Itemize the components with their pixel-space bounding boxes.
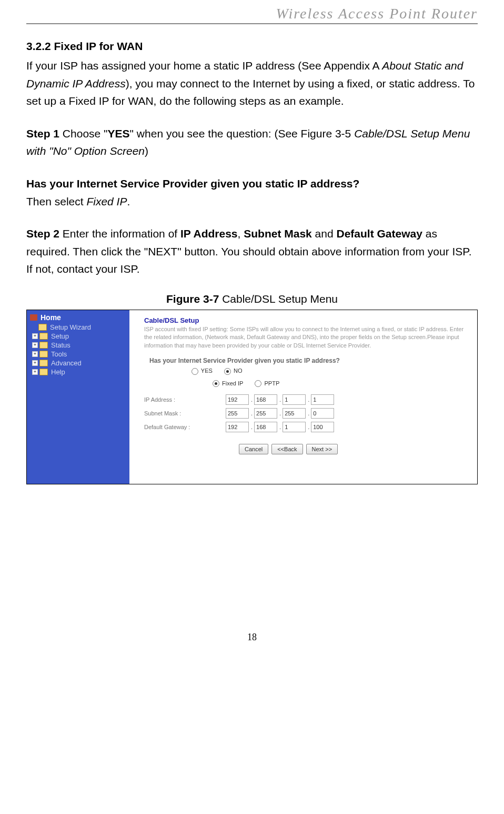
- sidebar-item-status[interactable]: + Status: [27, 341, 129, 350]
- sidebar-item-label: Advanced: [51, 359, 82, 367]
- mask-octet-2[interactable]: [254, 408, 277, 419]
- main-panel: Cable/DSL Setup ISP account with fixed I…: [129, 310, 477, 484]
- folder-icon: [38, 324, 47, 331]
- sidebar: Home Setup Wizard + Setup + Status + Too…: [27, 310, 129, 484]
- ip-octet-1[interactable]: [226, 394, 249, 405]
- figure-caption-text: Cable/DSL Setup Menu: [219, 293, 338, 305]
- mask-octet-4[interactable]: [311, 408, 334, 419]
- sidebar-item-label: Status: [51, 341, 70, 349]
- text: Choose ": [59, 127, 108, 140]
- expand-icon[interactable]: +: [32, 351, 38, 357]
- back-button[interactable]: <<Back: [271, 444, 303, 454]
- text: Then select: [26, 195, 86, 207]
- sidebar-item-label: Setup Wizard: [50, 323, 91, 331]
- figure-label: Figure 3-7: [166, 293, 219, 305]
- panel-title: Cable/DSL Setup: [144, 316, 470, 324]
- sidebar-item-label: Tools: [51, 350, 67, 358]
- page-header-title: Wireless Access Point Router: [26, 5, 478, 24]
- radio-fixed-ip[interactable]: Fixed IP: [213, 380, 243, 388]
- ip-address-label: IP Address :: [144, 396, 226, 403]
- gw-octet-3[interactable]: [283, 422, 306, 432]
- radio-label: PPTP: [264, 380, 279, 386]
- ip-address-row: IP Address : . . .: [144, 394, 470, 405]
- text-bold: Default Gateway: [336, 227, 422, 240]
- gw-octet-4[interactable]: [311, 422, 334, 432]
- subnet-mask-row: Subnet Mask : . . .: [144, 408, 470, 419]
- text: If your ISP has assigned your home a sta…: [26, 59, 382, 72]
- text: ,: [238, 227, 244, 240]
- question-text: Has your Internet Service Provider given…: [26, 175, 478, 193]
- text: ): [145, 145, 148, 157]
- static-ip-question: Has your Internet Service Provider given…: [144, 357, 470, 364]
- folder-icon: [39, 369, 48, 375]
- text: " when you see the question: (See Figure…: [130, 127, 355, 140]
- gw-octet-2[interactable]: [254, 422, 277, 432]
- gw-octet-1[interactable]: [226, 422, 249, 432]
- panel-description: ISP account with fixed IP setting: Some …: [144, 325, 470, 350]
- ip-octet-3[interactable]: [283, 394, 306, 405]
- sidebar-item-setup[interactable]: + Setup: [27, 332, 129, 341]
- text: Enter the information of: [59, 227, 180, 240]
- screenshot-figure: Home Setup Wizard + Setup + Status + Too…: [26, 310, 478, 484]
- sidebar-home-label: Home: [41, 313, 61, 322]
- page-number: 18: [26, 632, 478, 643]
- step2-paragraph: Step 2 Enter the information of IP Addre…: [26, 225, 478, 278]
- sidebar-item-help[interactable]: + Help: [27, 368, 129, 376]
- radio-label: Fixed IP: [222, 380, 243, 386]
- sidebar-item-label: Help: [51, 368, 65, 376]
- radio-pptp[interactable]: PPTP: [255, 380, 279, 388]
- sidebar-item-setup-wizard[interactable]: Setup Wizard: [27, 323, 129, 332]
- ip-octet-4[interactable]: [311, 394, 334, 405]
- sidebar-item-tools[interactable]: + Tools: [27, 350, 129, 359]
- intro-paragraph: If your ISP has assigned your home a sta…: [26, 57, 478, 110]
- text-italic: Fixed IP: [86, 195, 127, 207]
- sidebar-item-advanced[interactable]: + Advanced: [27, 359, 129, 368]
- folder-icon: [39, 360, 48, 366]
- section-heading: 3.2.2 Fixed IP for WAN: [26, 40, 478, 53]
- default-gateway-row: Default Gateway : . . .: [144, 422, 470, 432]
- folder-icon: [39, 342, 48, 349]
- radio-icon: [213, 380, 219, 387]
- step-label: Step 2: [26, 227, 59, 240]
- step1-paragraph: Step 1 Choose "YES" when you see the que…: [26, 125, 478, 160]
- radio-icon: [224, 368, 231, 375]
- connection-type-radio-group: Fixed IP PPTP: [144, 380, 470, 388]
- cancel-button[interactable]: Cancel: [239, 444, 268, 454]
- ip-octet-2[interactable]: [254, 394, 277, 405]
- yes-no-radio-group: YES NO: [144, 368, 470, 375]
- text-bold: YES: [108, 127, 130, 140]
- button-row: Cancel <<Back Next >>: [239, 444, 470, 454]
- expand-icon[interactable]: +: [32, 333, 38, 339]
- expand-icon[interactable]: +: [32, 360, 38, 366]
- subnet-mask-label: Subnet Mask :: [144, 410, 226, 416]
- figure-caption: Figure 3-7 Cable/DSL Setup Menu: [26, 293, 478, 305]
- radio-yes[interactable]: YES: [191, 368, 213, 375]
- radio-no[interactable]: NO: [224, 368, 243, 375]
- sidebar-item-label: Setup: [51, 332, 69, 340]
- radio-icon: [191, 368, 198, 375]
- radio-icon: [255, 380, 261, 387]
- next-button[interactable]: Next >>: [306, 444, 338, 454]
- default-gateway-label: Default Gateway :: [144, 424, 226, 430]
- step-label: Step 1: [26, 127, 59, 140]
- expand-icon[interactable]: +: [32, 342, 38, 348]
- sidebar-home[interactable]: Home: [27, 312, 129, 323]
- radio-label: NO: [234, 368, 243, 374]
- text-bold: Subnet Mask: [244, 227, 312, 240]
- text-bold: IP Address: [180, 227, 238, 240]
- mask-octet-3[interactable]: [283, 408, 306, 419]
- folder-icon: [39, 351, 48, 358]
- question-paragraph: Has your Internet Service Provider given…: [26, 175, 478, 210]
- text: .: [127, 195, 130, 207]
- text: and: [312, 227, 337, 240]
- home-icon: [30, 314, 37, 321]
- radio-label: YES: [201, 368, 213, 374]
- folder-icon: [39, 333, 48, 340]
- expand-icon[interactable]: +: [32, 369, 38, 375]
- mask-octet-1[interactable]: [226, 408, 249, 419]
